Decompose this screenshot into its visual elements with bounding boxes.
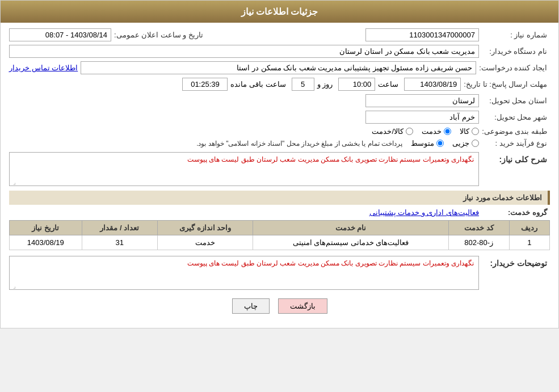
service-group-label: گروه خدمت: (482, 208, 550, 217)
days-value: 5 (292, 78, 314, 91)
page-title: جزئیات اطلاعات نیاز (241, 7, 318, 16)
radio-jozi-input[interactable] (472, 140, 479, 147)
announcement-date-label: تاریخ و ساعت اعلان عمومی: (114, 31, 206, 39)
radio-kala-label: کالا (460, 127, 469, 136)
days-label: روز و (317, 80, 333, 88)
cell-date: 1403/08/19 (10, 235, 82, 250)
radio-kala-khedmat-input[interactable] (406, 128, 413, 135)
row-buyer-notes: توضیحات خریدار: نگهداری وتعمیرات سیستم ن… (9, 256, 550, 290)
service-group-value[interactable]: فعالیت‌های اداری و خدمات پشتیبانی (369, 208, 479, 217)
table-header-row: ردیف کد خدمت نام خدمت واحد اندازه گیری ت… (10, 221, 550, 235)
col-header-name: نام خدمت (253, 221, 449, 235)
row-deadline: مهلت ارسال پاسخ: تا تاریخ: 1403/08/19 سا… (9, 78, 550, 91)
services-table: ردیف کد خدمت نام خدمت واحد اندازه گیری ت… (9, 220, 550, 250)
col-header-date: تاریخ نیاز (10, 221, 82, 235)
col-header-unit: واحد اندازه گیری (157, 221, 253, 235)
row-creator: ایجاد کننده درخواست: حسن شریفی زاده مسئو… (9, 61, 550, 74)
page-header: جزئیات اطلاعات نیاز (1, 1, 558, 23)
row-process: نوع فرآیند خرید : جزیی متوسط پرداخت تمام… (9, 139, 550, 147)
time-label: ساعت (378, 80, 398, 88)
row-service-group: گروه خدمت: فعالیت‌های اداری و خدمات پشتی… (9, 208, 550, 217)
cell-unit: خدمت (157, 235, 253, 250)
radio-khedmat-label: خدمت (422, 127, 442, 136)
row-city: شهر محل تحویل: خرم آباد (9, 111, 550, 124)
cell-row: 1 (509, 235, 549, 250)
radio-khedmat-input[interactable] (444, 128, 451, 135)
requester-org-label: نام دستگاه خریدار: (482, 47, 550, 56)
table-row: 1 ز-80-802 فعالیت‌های خدماتی سیستم‌های ا… (10, 235, 550, 250)
city-value: خرم آباد (365, 111, 479, 124)
radio-motavasset-input[interactable] (436, 140, 444, 147)
row-description: شرح کلی نیاز: نگهداری وتعمیرات سیستم نظا… (9, 152, 550, 186)
cell-quantity: 31 (82, 235, 157, 250)
resize-handle-2: ⌟ (10, 283, 16, 289)
deadline-time: 10:00 (338, 78, 375, 91)
requester-org-value: مدیریت شعب بانک مسکن در استان لرستان (9, 45, 479, 58)
category-label: طبقه بندی موضوعی: (482, 127, 550, 136)
buyer-notes-value: نگهداری وتعمیرات سیستم نظارت تصویری بانک… (9, 256, 479, 290)
row-requester-org: نام دستگاه خریدار: مدیریت شعب بانک مسکن … (9, 45, 550, 58)
buttons-row: بازگشت چاپ (9, 298, 550, 314)
province-label: استان محل تحویل: (482, 96, 550, 105)
radio-khedmat: خدمت (422, 127, 451, 136)
print-button[interactable]: چاپ (232, 298, 270, 314)
radio-kala: کالا (460, 127, 479, 136)
remaining-label: ساعت باقی مانده (230, 80, 285, 88)
buyer-notes-label: توضیحات خریدار: (482, 259, 550, 268)
col-header-row: ردیف (509, 221, 549, 235)
row-need-number: شماره نیاز : 1103001347000007 تاریخ و سا… (9, 28, 550, 41)
need-number-label: شماره نیاز : (482, 31, 550, 39)
process-notice: پرداخت تمام یا بخشی از مبلغ خریداز محل "… (196, 140, 402, 147)
creator-label: ایجاد کننده درخواست: (479, 64, 550, 72)
row-category: طبقه بندی موضوعی: کالا خدمت کالا/خدمت (9, 127, 550, 136)
row-province: استان محل تحویل: لرستان (9, 94, 550, 107)
radio-motavasset-label: متوسط (411, 139, 434, 147)
col-header-quantity: تعداد / مقدار (82, 221, 157, 235)
creator-link[interactable]: اطلاعات تماس خریدار (9, 64, 78, 72)
radio-kala-input[interactable] (472, 128, 479, 135)
description-wrapper: نگهداری وتعمیرات سیستم نظارت تصویری بانک… (9, 152, 479, 186)
radio-kala-khedmat: کالا/خدمت (372, 127, 413, 136)
announcement-date-value: 1403/08/14 - 08:07 (9, 28, 111, 41)
main-container: جزئیات اطلاعات نیاز شماره نیاز : 1103001… (0, 0, 559, 328)
deadline-date: 1403/08/19 (404, 78, 461, 91)
content-area: شماره نیاز : 1103001347000007 تاریخ و سا… (1, 23, 558, 328)
resize-handle: ⌟ (10, 179, 16, 185)
deadline-label: مهلت ارسال پاسخ: تا تاریخ: (464, 80, 550, 88)
process-label: نوع فرآیند خرید : (482, 139, 550, 147)
description-value: نگهداری وتعمیرات سیستم نظارت تصویری بانک… (9, 152, 479, 186)
category-radio-group: کالا خدمت کالا/خدمت (372, 127, 479, 136)
process-radio-group: جزیی متوسط (411, 139, 479, 147)
services-table-body: 1 ز-80-802 فعالیت‌های خدماتی سیستم‌های ا… (10, 235, 550, 250)
radio-kala-khedmat-label: کالا/خدمت (372, 127, 404, 136)
col-header-code: کد خدمت (448, 221, 509, 235)
remaining-value: 01:25:39 (182, 78, 228, 91)
radio-motavasset: متوسط (411, 139, 444, 147)
need-number-value: 1103001347000007 (365, 28, 479, 41)
buyer-notes-wrapper: نگهداری وتعمیرات سیستم نظارت تصویری بانک… (9, 256, 479, 290)
cell-code: ز-80-802 (448, 235, 509, 250)
services-table-head: ردیف کد خدمت نام خدمت واحد اندازه گیری ت… (10, 221, 550, 235)
description-label: شرح کلی نیاز: (482, 155, 550, 164)
services-section-header: اطلاعات خدمات مورد نیاز (9, 191, 550, 205)
city-label: شهر محل تحویل: (482, 113, 550, 121)
cell-name: فعالیت‌های خدماتی سیستم‌های امنیتی (253, 235, 449, 250)
back-button[interactable]: بازگشت (278, 298, 327, 314)
radio-jozi-label: جزیی (452, 139, 469, 147)
province-value: لرستان (365, 94, 479, 107)
radio-jozi: جزیی (452, 139, 479, 147)
creator-value: حسن شریفی زاده مسئول تجهیز پشتیبانی مدیر… (81, 61, 476, 74)
